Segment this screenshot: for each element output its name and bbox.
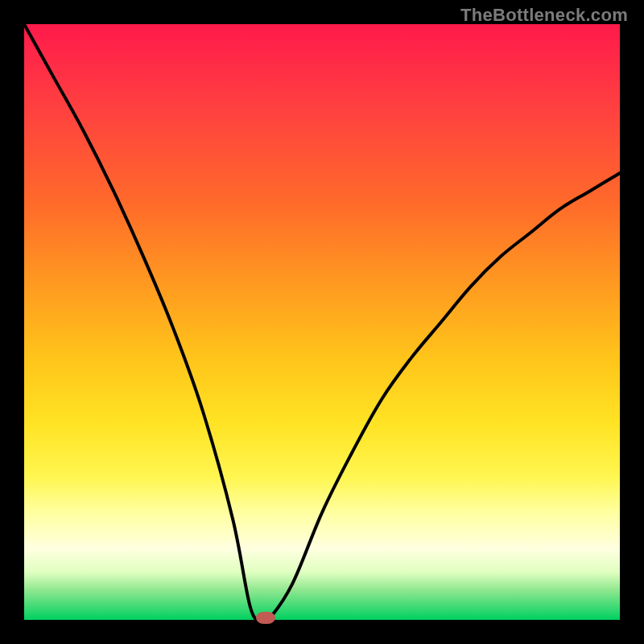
minimum-marker [256,612,275,624]
chart-frame: TheBottleneck.com [0,0,644,644]
bottleneck-curve [24,24,620,620]
plot-area [24,24,620,620]
curve-path [24,24,620,623]
watermark-text: TheBottleneck.com [460,5,628,26]
